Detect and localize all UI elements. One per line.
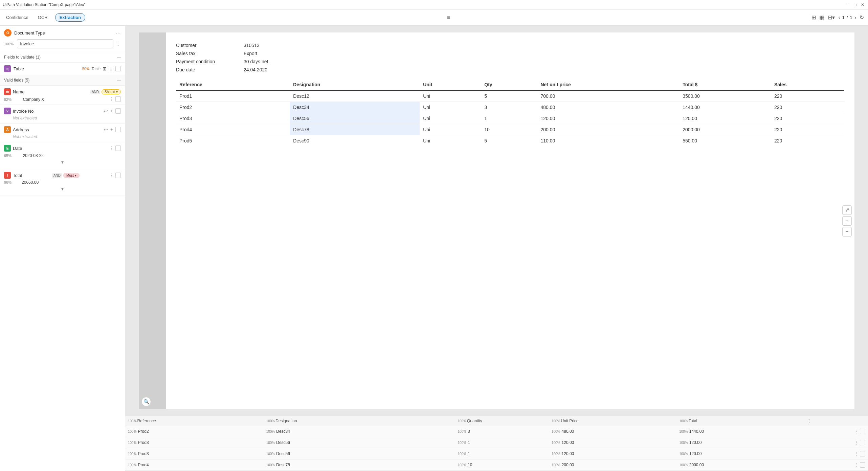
row-checkbox[interactable] [860, 429, 865, 434]
layout2-view-icon[interactable]: ⊟▾ [828, 14, 835, 21]
total-and-badge: AND [52, 173, 62, 178]
invoice-cell: 480.00 [537, 102, 679, 113]
total-must-badge[interactable]: Must ▾ [63, 173, 79, 178]
invoice-cell: 220 [771, 113, 844, 124]
tab-extraction[interactable]: Extraction [55, 13, 86, 22]
date-more-icon[interactable]: ⋮ [109, 145, 114, 151]
extraction-header-table: 100%Reference 100%Designation 100%Quanti… [125, 416, 868, 471]
page-nav: ‹ 1 / 1 › [838, 15, 856, 21]
tab-ocr[interactable]: OCR [36, 14, 50, 21]
customer-label: Customer [176, 43, 244, 48]
name-checkbox[interactable] [115, 96, 121, 102]
table-more-icon[interactable]: ⋮ [109, 66, 113, 71]
doc-type-header: O Document Type ⋯ [4, 29, 121, 37]
invoice-row: Prod5Desc90Uni5110.00550.00220 [176, 135, 844, 147]
invoice-row-payment: Payment condition 30 days net [176, 59, 844, 64]
extraction-cell: 100%10 [455, 459, 549, 471]
row-more-icon[interactable]: ⋮ [854, 429, 859, 434]
invoice-cell: Uni [420, 135, 481, 147]
row-checkbox[interactable] [860, 451, 865, 456]
field-invoice-no-header: V Invoice No ↩ ＋ [4, 108, 121, 114]
refresh-icon[interactable]: ↻ [860, 14, 864, 21]
col-total-dollar: Total $ [679, 79, 771, 90]
panel-more-icon[interactable]: ⋮ [807, 418, 811, 424]
total-right-actions: ⋮ [109, 173, 121, 178]
field-item-total: I Total AND Must ▾ ⋮ 96% 20660.00 ▾ [0, 169, 125, 196]
name-confidence: 82% [4, 97, 12, 102]
extraction-cell: 100%3 [455, 426, 549, 437]
prev-page-btn[interactable]: ‹ [838, 15, 840, 21]
document-type-section: O Document Type ⋯ 100% Invoice ⋮ [0, 26, 125, 52]
invoice-no-add-icon[interactable]: ＋ [109, 108, 114, 114]
invoice-no-undo-icon[interactable]: ↩ [104, 108, 108, 114]
total-checkbox[interactable] [115, 173, 121, 178]
filter-options-icon[interactable]: ⋯ [115, 30, 121, 36]
col-sales: Sales [771, 79, 844, 90]
zoom-fit-icon[interactable]: ⤢ [842, 205, 852, 215]
fields-to-validate-header: Fields to validate (1) — [0, 52, 125, 63]
right-panel: 🔍 Customer 310513 Sales tax Export [125, 26, 868, 471]
field-address-header: A Address ↩ ＋ [4, 126, 121, 133]
row-checkbox[interactable] [860, 462, 865, 468]
total-chevron-icon[interactable]: ▾ [4, 185, 121, 193]
salestax-value: Export [244, 51, 257, 56]
address-add-icon[interactable]: ＋ [109, 127, 114, 133]
zoom-out-btn[interactable]: − [842, 227, 852, 237]
tab-confidence[interactable]: Confidence [4, 14, 30, 21]
name-right-actions: ⋮ [109, 96, 121, 102]
fields-collapse-btn[interactable]: — [117, 55, 121, 59]
invoice-row: Prod4Desc78Uni10200.002000.00220 [176, 124, 844, 135]
extraction-cell: 100%120.00 [676, 437, 804, 448]
doc-type-more-icon[interactable]: ⋮ [115, 41, 121, 47]
ext-col-reference: 100%Reference [125, 416, 264, 426]
salestax-label: Sales tax [176, 51, 244, 56]
row-more-icon[interactable]: ⋮ [854, 451, 859, 456]
invoice-cell: Uni [420, 102, 481, 113]
valid-fields-collapse-btn[interactable]: — [117, 78, 121, 82]
date-chevron-icon[interactable]: ▾ [4, 158, 121, 166]
row-more-icon[interactable]: ⋮ [854, 462, 859, 468]
invoice-no-checkbox[interactable] [115, 108, 121, 114]
row-checkbox[interactable] [860, 440, 865, 445]
total-more-icon[interactable]: ⋮ [109, 173, 114, 178]
extraction-cell: 100%200.00 [549, 459, 676, 471]
main-layout: O Document Type ⋯ 100% Invoice ⋮ Fields … [0, 26, 868, 471]
grid-view-icon[interactable]: ⊞ [811, 14, 816, 21]
layout-view-icon[interactable]: ▦ [819, 14, 824, 21]
table-field-item: q Table 50% Table ⊞ ⋮ [0, 63, 125, 75]
invoice-cell: 220 [771, 124, 844, 135]
row-more-icon[interactable]: ⋮ [854, 440, 859, 445]
ext-col-actions: ⋮ [804, 416, 868, 426]
table-grid-view-icon[interactable]: ⊞ [103, 66, 107, 71]
date-actions: ⋮ [109, 145, 121, 151]
invoice-row: Prod3Desc56Uni1120.00120.00220 [176, 113, 844, 124]
table-field-checkbox[interactable] [115, 66, 121, 71]
extraction-panel: 100%Reference 100%Designation 100%Quanti… [125, 416, 868, 471]
filter-icon[interactable]: ≡ [447, 15, 450, 21]
date-field-label: Date [13, 146, 22, 151]
field-item-address: A Address ↩ ＋ Not extracted [0, 124, 125, 142]
page-current: 1 [842, 15, 845, 20]
invoice-cell: 700.00 [537, 90, 679, 102]
field-item-invoice-no: V Invoice No ↩ ＋ Not extracted [0, 105, 125, 124]
name-more-icon[interactable]: ⋮ [109, 96, 114, 102]
invoice-cell: Prod4 [176, 124, 290, 135]
address-undo-icon[interactable]: ↩ [104, 127, 108, 132]
next-page-btn[interactable]: › [854, 15, 856, 21]
address-checkbox[interactable] [115, 127, 121, 132]
name-should-badge[interactable]: Should ▾ [102, 89, 121, 94]
zoom-in-btn[interactable]: + [842, 216, 852, 226]
table-label: Table [92, 67, 101, 71]
close-btn[interactable]: ✕ [860, 2, 865, 7]
doc-type-icon: O [4, 29, 12, 37]
date-checkbox[interactable] [115, 145, 121, 151]
invoice-no-not-extracted: Not extracted [4, 116, 121, 120]
invoice-no-field-label: Invoice No [13, 109, 34, 114]
minimize-btn[interactable]: ─ [845, 2, 850, 7]
doc-type-select[interactable]: Invoice [17, 39, 113, 48]
extraction-cell: 100%Desc78 [264, 459, 455, 471]
magnify-btn[interactable]: 🔍 [141, 397, 151, 406]
invoice-cell: 220 [771, 102, 844, 113]
maximize-btn[interactable]: □ [852, 2, 858, 7]
invoice-table: Reference Designation Unit Qty Net unit … [176, 79, 844, 146]
